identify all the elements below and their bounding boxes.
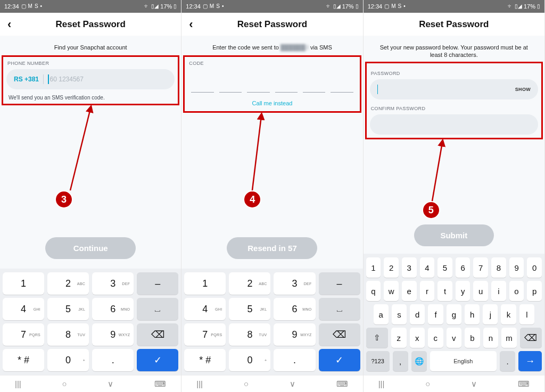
key-8[interactable]: 8TUV (47, 323, 89, 346)
key-s[interactable]: s (392, 304, 407, 324)
key-5[interactable]: 5JKL (229, 298, 270, 320)
key-p[interactable]: p (527, 281, 542, 301)
continue-button[interactable]: Continue (45, 237, 136, 259)
shift-key[interactable]: ⇧ (366, 328, 388, 348)
key-3[interactable]: 3DEF (92, 272, 134, 295)
key-7[interactable]: 7 (473, 257, 488, 278)
key-a[interactable]: a (374, 304, 389, 324)
key-✓[interactable]: ✓ (137, 349, 178, 371)
key-g[interactable]: g (447, 304, 461, 324)
key-9[interactable]: 9WXYZ (92, 323, 134, 346)
key-q[interactable]: q (366, 281, 381, 301)
key-m[interactable]: m (501, 328, 517, 348)
key-j[interactable]: j (483, 304, 498, 324)
home-button[interactable]: ○ (62, 379, 67, 388)
submit-button[interactable]: Submit (414, 224, 494, 246)
wifi-icon: ᯤ (326, 4, 332, 9)
key-n[interactable]: n (483, 328, 499, 348)
battery-text: 17% (342, 3, 354, 10)
language-key[interactable]: 🌐 (411, 351, 427, 371)
back-button[interactable]: ‹ (4, 13, 14, 36)
home-button[interactable]: ○ (425, 379, 430, 388)
skype-icon: S (398, 4, 402, 9)
key-2[interactable]: 2ABC (229, 272, 270, 295)
key-b[interactable]: b (465, 328, 480, 348)
key-✓[interactable]: ✓ (319, 349, 360, 371)
key-3[interactable]: 3 (402, 257, 417, 278)
key-o[interactable]: o (509, 281, 524, 301)
page-title: Reset Password (0, 19, 181, 30)
header: ‹ Reset Password (0, 13, 181, 36)
key-d[interactable]: d (410, 304, 425, 324)
key-–[interactable]: – (137, 272, 178, 295)
key-* #[interactable]: * # (3, 349, 44, 371)
home-button[interactable]: ○ (244, 379, 249, 388)
key-* #[interactable]: * # (184, 349, 226, 371)
backspace-key[interactable]: ⌫ (520, 328, 542, 348)
enter-key[interactable]: → (518, 351, 542, 371)
key-1[interactable]: 1 (366, 257, 381, 278)
key-7[interactable]: 7PQRS (184, 323, 226, 346)
symbols-key[interactable]: ?123 (366, 351, 390, 371)
key-.[interactable]: . (92, 349, 134, 371)
back-nav[interactable]: ∨ (290, 379, 295, 389)
back-nav[interactable]: ∨ (108, 379, 113, 389)
key-l[interactable]: l (519, 304, 534, 324)
key-z[interactable]: z (391, 328, 407, 348)
key-9[interactable]: 9WXYZ (274, 323, 315, 346)
space-key[interactable]: English (430, 351, 497, 371)
key-␣[interactable]: ⎵ (137, 298, 178, 320)
key-4[interactable]: 4GHI (184, 298, 226, 320)
key-x[interactable]: x (410, 328, 425, 348)
key-6[interactable]: 6MNO (92, 298, 134, 320)
password-input[interactable] (370, 79, 538, 99)
key-4[interactable]: 4GHI (3, 298, 44, 320)
key-t[interactable]: t (437, 281, 452, 301)
comma-key[interactable]: , (393, 351, 408, 371)
resend-button[interactable]: Resend in 57 (227, 237, 317, 259)
key-u[interactable]: u (473, 281, 488, 301)
key-8[interactable]: 8 (491, 257, 506, 278)
key-3[interactable]: 3DEF (274, 272, 315, 295)
key-6[interactable]: 6 (456, 257, 470, 278)
key-e[interactable]: e (402, 281, 417, 301)
keyboard-toggle[interactable]: ⌨ (518, 379, 530, 389)
key-r[interactable]: r (420, 281, 435, 301)
key-2[interactable]: 2ABC (47, 272, 89, 295)
key-5[interactable]: 5 (437, 257, 452, 278)
key-0[interactable]: 0+ (47, 349, 89, 371)
key-1[interactable]: 1 (3, 272, 44, 295)
key-4[interactable]: 4 (420, 257, 435, 278)
show-password[interactable]: SHOW (515, 87, 531, 92)
back-button[interactable]: ‹ (186, 13, 196, 36)
key-i[interactable]: i (491, 281, 506, 301)
key-v[interactable]: v (447, 328, 462, 348)
recent-apps[interactable]: ||| (196, 379, 203, 388)
keyboard-toggle[interactable]: ⌨ (336, 379, 348, 389)
key-k[interactable]: k (501, 304, 516, 324)
key-9[interactable]: 9 (509, 257, 524, 278)
recent-apps[interactable]: ||| (378, 379, 385, 388)
key-⌫[interactable]: ⌫ (319, 323, 360, 346)
key-c[interactable]: c (428, 328, 443, 348)
recent-apps[interactable]: ||| (15, 379, 21, 388)
back-nav[interactable]: ∨ (471, 379, 477, 389)
keyboard-toggle[interactable]: ⌨ (154, 379, 166, 389)
key-␣[interactable]: ⎵ (319, 298, 360, 320)
key-.[interactable]: . (274, 349, 315, 371)
key-0[interactable]: 0+ (229, 349, 270, 371)
key-2[interactable]: 2 (384, 257, 399, 278)
key-0[interactable]: 0 (527, 257, 542, 278)
key-w[interactable]: w (384, 281, 399, 301)
key-h[interactable]: h (465, 304, 480, 324)
key-⌫[interactable]: ⌫ (137, 323, 178, 346)
key-7[interactable]: 7PQRS (3, 323, 44, 346)
key-6[interactable]: 6MNO (274, 298, 315, 320)
key-1[interactable]: 1 (184, 272, 226, 295)
key-8[interactable]: 8TUV (229, 323, 270, 346)
key-y[interactable]: y (456, 281, 470, 301)
key-f[interactable]: f (428, 304, 443, 324)
key-5[interactable]: 5JKL (47, 298, 89, 320)
key-–[interactable]: – (319, 272, 360, 295)
period-key[interactable]: . (500, 351, 515, 371)
